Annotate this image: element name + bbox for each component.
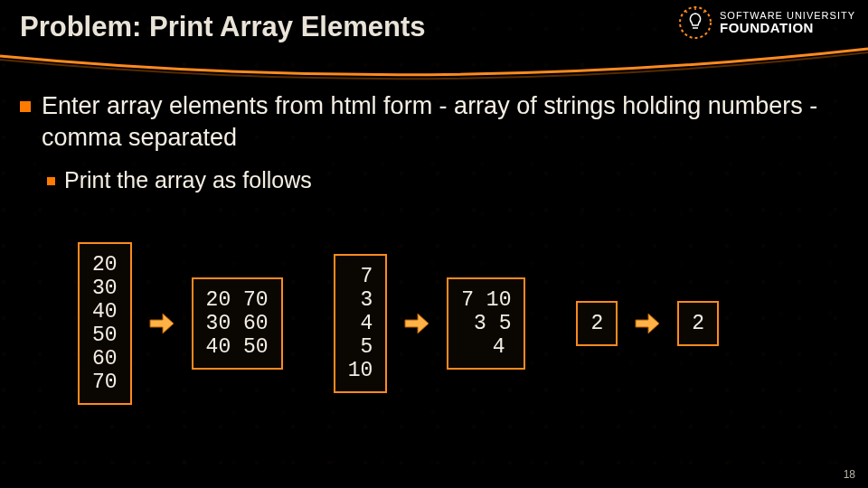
- svg-line-4: [685, 11, 687, 13]
- example3-output: 2: [677, 301, 719, 346]
- example2-output: 7 10 3 5 4: [447, 277, 525, 370]
- example1-output: 20 70 30 60 40 50: [192, 277, 283, 370]
- logo: SOFTWARE UNIVERSITY FOUNDATION: [678, 5, 855, 40]
- bullet2-text: Print the array as follows: [64, 167, 312, 193]
- bullet-square-icon: [20, 101, 31, 112]
- page-number: 18: [844, 468, 855, 481]
- slide-title: Problem: Print Array Elements: [20, 11, 426, 43]
- logo-line2: FOUNDATION: [720, 21, 855, 34]
- bullet-level2: Print the array as follows: [47, 167, 848, 193]
- header-arc-decoration: [0, 47, 868, 92]
- bullet-level1: Enter array elements from html form - ar…: [20, 90, 848, 153]
- svg-point-0: [680, 7, 711, 38]
- svg-line-3: [703, 11, 705, 13]
- arrow-icon: [148, 312, 175, 335]
- bullet-square-icon: [47, 177, 55, 185]
- example3-input: 2: [576, 301, 618, 346]
- arrow-icon: [634, 312, 661, 335]
- lightbulb-gear-icon: [678, 5, 712, 40]
- slide-body: Enter array elements from html form - ar…: [20, 90, 848, 193]
- examples-row: 20 30 40 50 60 70 20 70 30 60 40 50 7 3 …: [78, 242, 719, 405]
- bullet1-text: Enter array elements from html form - ar…: [42, 90, 848, 153]
- example1-input: 20 30 40 50 60 70: [78, 242, 132, 405]
- example2-input: 7 3 4 5 10: [334, 254, 388, 393]
- arrow-icon: [403, 312, 430, 335]
